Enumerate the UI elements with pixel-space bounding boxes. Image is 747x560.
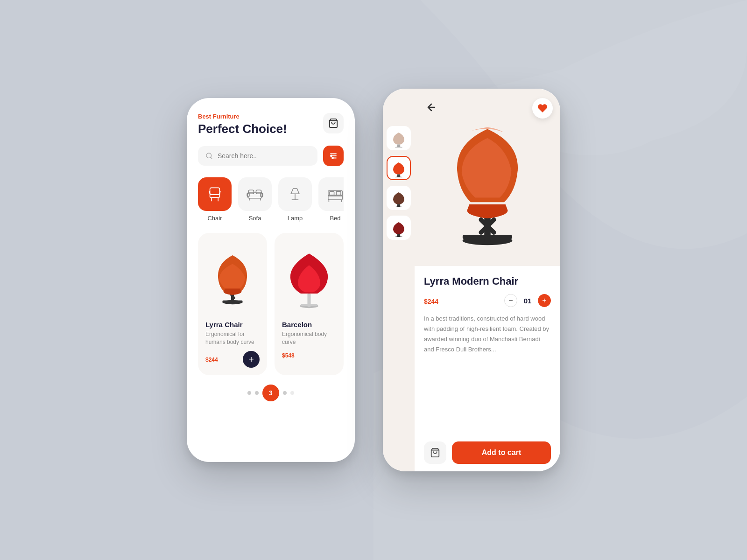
- svg-rect-48: [463, 235, 512, 239]
- filter-button[interactable]: [323, 146, 344, 166]
- thumbnail-3[interactable]: [387, 186, 411, 210]
- category-lamp-label: Lamp: [288, 215, 303, 222]
- category-sofa-label: Sofa: [249, 215, 261, 222]
- product-card-lyrra[interactable]: Lyrra Chair Ergonomical for humans body …: [198, 233, 267, 375]
- thumbnail-strip: [383, 89, 415, 471]
- headline: Perfect Choice!: [198, 122, 287, 136]
- browse-header: Best Furniture Perfect Choice!: [198, 113, 344, 136]
- cart-bar: Add to cart: [415, 436, 560, 471]
- detail-price: $244: [424, 294, 438, 307]
- category-lamp[interactable]: Lamp: [278, 177, 312, 222]
- product-name-lyrra: Lyrra Chair: [205, 321, 260, 329]
- search-input[interactable]: [218, 152, 310, 160]
- svg-point-40: [395, 176, 402, 177]
- thumbnail-4[interactable]: [387, 216, 411, 240]
- quantity-control: − 01 +: [504, 294, 551, 307]
- product-description: In a best traditions, constructed of har…: [424, 314, 551, 355]
- svg-point-38: [395, 147, 402, 147]
- product-image-lyrra: [205, 240, 260, 315]
- svg-line-2: [211, 157, 212, 159]
- thumbnail-1[interactable]: [387, 126, 411, 150]
- pagination-dot-2[interactable]: [255, 391, 259, 395]
- pagination-dot-1[interactable]: [247, 391, 251, 395]
- cart-button[interactable]: [323, 113, 344, 133]
- search-input-wrap: [198, 146, 317, 166]
- category-chair[interactable]: Chair: [198, 177, 232, 222]
- categories-row: Chair Sofa: [198, 177, 344, 222]
- detail-product-title: Lyrra Modern Chair: [424, 275, 551, 287]
- brand-label: Best Furniture: [198, 113, 287, 120]
- svg-rect-26: [330, 192, 334, 196]
- product-desc-lyrra: Ergonomical for humans body curve: [205, 330, 260, 346]
- svg-rect-14: [248, 192, 262, 198]
- search-bar: [198, 146, 344, 166]
- add-to-cart-lyrra[interactable]: +: [243, 351, 260, 368]
- cart-icon-button[interactable]: [424, 441, 446, 464]
- back-button[interactable]: [422, 98, 441, 117]
- svg-point-5: [331, 155, 332, 157]
- category-chair-label: Chair: [207, 215, 222, 222]
- svg-point-42: [395, 206, 402, 207]
- quantity-value: 01: [523, 297, 532, 305]
- product-price-lyrra: $244: [205, 355, 218, 364]
- product-footer-lyrra: $244 +: [205, 351, 260, 368]
- svg-rect-36: [301, 304, 317, 306]
- favorite-button[interactable]: [532, 98, 553, 119]
- product-footer-barcelona: $548: [282, 351, 336, 359]
- quantity-decrease[interactable]: −: [504, 294, 517, 307]
- search-icon: [205, 152, 213, 160]
- brand-title-block: Best Furniture Perfect Choice!: [198, 113, 287, 136]
- svg-point-44: [395, 236, 402, 237]
- product-image-barcelona: [282, 240, 336, 315]
- thumbnail-2[interactable]: [387, 156, 411, 180]
- product-desc-barcelona: Ergonomical body curve: [282, 330, 336, 346]
- pagination-dot-active[interactable]: 3: [262, 385, 279, 401]
- product-name-barcelona: Barcelon: [282, 321, 336, 329]
- svg-point-7: [332, 157, 333, 159]
- svg-rect-8: [210, 188, 220, 195]
- svg-rect-32: [222, 301, 242, 303]
- product-card-barcelona[interactable]: Barcelon Ergonomical body curve $548: [275, 233, 344, 375]
- product-price-barcelona: $548: [282, 351, 295, 359]
- pagination: 3: [198, 385, 344, 401]
- price-qty-row: $244 − 01 +: [424, 294, 551, 307]
- add-to-cart-button[interactable]: Add to cart: [452, 441, 551, 464]
- svg-rect-27: [336, 192, 341, 196]
- svg-rect-9: [210, 195, 220, 197]
- detail-screen: Lyrra Modern Chair $244 − 01 + In a best…: [383, 89, 560, 471]
- svg-marker-21: [291, 189, 299, 194]
- category-sofa[interactable]: Sofa: [238, 177, 272, 222]
- detail-image-area: [415, 89, 560, 266]
- detail-panel: Lyrra Modern Chair $244 − 01 + In a best…: [415, 89, 560, 471]
- detail-info: Lyrra Modern Chair $244 − 01 + In a best…: [415, 266, 560, 436]
- pagination-dot-5[interactable]: [290, 391, 294, 395]
- quantity-increase[interactable]: +: [538, 294, 551, 307]
- phones-container: Best Furniture Perfect Choice!: [187, 89, 560, 471]
- pagination-dot-4[interactable]: [283, 391, 287, 395]
- browse-screen: Best Furniture Perfect Choice!: [187, 98, 355, 462]
- category-bed-label: Bed: [330, 215, 340, 222]
- category-bed[interactable]: Bed: [318, 177, 344, 222]
- products-grid: Lyrra Chair Ergonomical for humans body …: [198, 233, 344, 375]
